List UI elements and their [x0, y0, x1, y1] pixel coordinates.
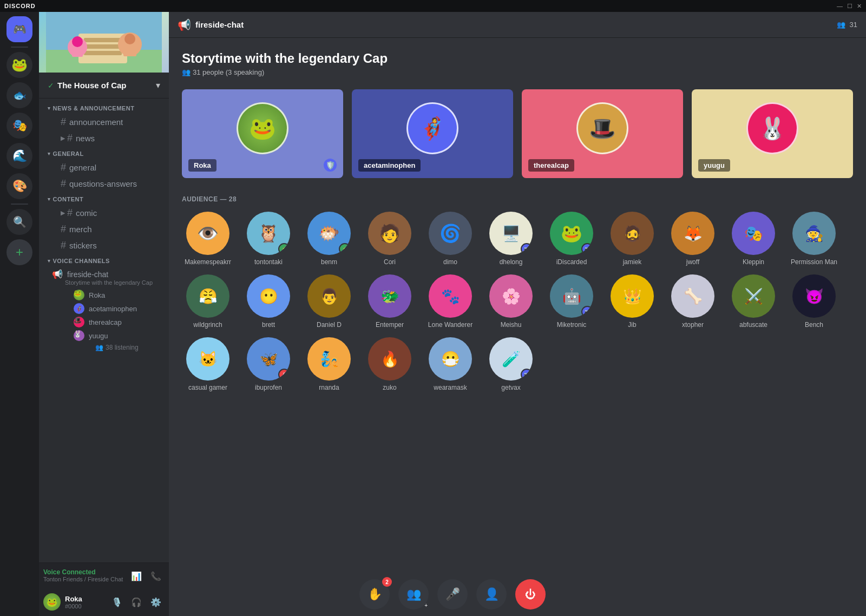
voice-channel-fireside-chat[interactable]: 📢 fireside-chat Storytime with the legen… [43, 267, 165, 288]
server-icon-5[interactable]: 🎨 [6, 173, 32, 199]
server-icon-4[interactable]: 🌊 [6, 143, 32, 169]
list-item[interactable]: 👑 Jib [606, 274, 658, 329]
list-item[interactable]: 🎭 Kleppin [727, 212, 779, 266]
audience-avatar-rnanda: 🧞 [307, 337, 351, 381]
list-item[interactable]: 🐲 Entemper [364, 274, 416, 329]
mute-btn[interactable]: 🎙️ [108, 593, 126, 611]
listen-count-label: 38 listening [106, 344, 139, 351]
voice-settings-btn[interactable]: 📊 [128, 567, 145, 585]
audience-name-bench: Bench [805, 321, 823, 329]
category-content-header[interactable]: ▾ CONTENT [39, 194, 169, 205]
voice-controls[interactable]: 📊 📞 [128, 567, 165, 585]
list-item[interactable]: 🦉 ⚡ tontontaki [242, 212, 294, 266]
voice-connected-title: Voice Connected [43, 568, 123, 576]
list-item[interactable]: 🌸 Meishu [485, 274, 537, 329]
list-item[interactable]: 🧑 Cori [364, 212, 416, 266]
window-controls[interactable]: — ☐ ✕ [837, 3, 862, 10]
list-item[interactable]: 👨 Daniel D [303, 274, 355, 329]
server-header[interactable]: ✓ The House of Cap ▾ [39, 73, 169, 99]
server-icon-1[interactable]: 🐸 [6, 52, 32, 78]
cam-badge: 📷 [581, 243, 593, 255]
list-item[interactable]: 🐸 📷 iDiscarded [546, 212, 598, 266]
people-icon: 👥 [837, 21, 845, 29]
category-news-header[interactable]: ▾ NEWS & ANNOUNCEMENT [39, 103, 169, 114]
audience-avatar-abfuscate: ⚔️ [732, 274, 775, 318]
list-item[interactable]: 😤 wildgrinch [182, 274, 234, 329]
list-item[interactable]: 🔥 zuko [364, 337, 416, 391]
list-item[interactable]: 🖥️ 📷 dhelong [485, 212, 537, 266]
leave-button[interactable]: ⏻ [515, 579, 546, 610]
maximize-btn[interactable]: ☐ [847, 3, 852, 10]
close-btn[interactable]: ✕ [857, 3, 862, 10]
banner-illustration [46, 12, 162, 73]
list-item[interactable]: 🐡 ⚡ benm [303, 212, 355, 266]
list-item[interactable]: 😈 Bench [788, 274, 840, 329]
channel-merch[interactable]: # merch [43, 221, 165, 237]
list-item[interactable]: 🦊 jwoff [667, 212, 719, 266]
voice-user-yuugu[interactable]: 🐰 yuugu [69, 329, 165, 342]
speaker-card-acetaminophen[interactable]: 🦸 acetaminophen [352, 89, 513, 178]
channel-merch-label: merch [69, 225, 92, 234]
add-server-button[interactable]: + [6, 239, 32, 265]
hash-icon: # [61, 224, 66, 235]
list-item[interactable]: 🧙 Permission Man [788, 212, 840, 266]
invite-button[interactable]: 👥 + [398, 579, 429, 610]
list-item[interactable]: 🦴 xtopher [667, 274, 719, 329]
channel-stickers[interactable]: # stickers [43, 238, 165, 253]
mic-button[interactable]: 🎤 [437, 579, 468, 610]
audience-avatar-getvax: 🧪 📷 [489, 337, 533, 381]
list-item[interactable]: 😶 brett [242, 274, 294, 329]
raise-hand-button[interactable]: ✋ 2 [359, 579, 390, 610]
list-item[interactable]: 🧞 rnanda [303, 337, 355, 391]
stage-title: Storytime with the legendary Cap [182, 51, 853, 66]
category-voice: ▾ VOICE CHANNELS 📢 fireside-chat Storyti… [39, 255, 169, 352]
server-icon-3[interactable]: 🎭 [6, 113, 32, 139]
audience-name-lone-wanderer: Lone Wanderer [428, 321, 473, 329]
server-icon-2[interactable]: 🐟 [6, 82, 32, 108]
channel-announcement-label: announcement [69, 117, 123, 127]
list-item[interactable]: 😷 wearamask [424, 337, 476, 391]
list-item[interactable]: 🐱 casual gamer [182, 337, 234, 391]
hash-icon: # [61, 178, 66, 189]
speaker-avatar-therealcap: 🎩 [576, 102, 628, 154]
list-item[interactable]: 🌀 dimo [424, 212, 476, 266]
audience-avatar-meishu: 🌸 [489, 274, 533, 318]
voice-user-avatar-acetaminophen: 🦸 [74, 303, 84, 314]
user-settings-btn[interactable]: ⚙️ [147, 593, 165, 611]
audience-avatar-tontontaki: 🦉 ⚡ [247, 212, 290, 255]
svg-rect-8 [123, 44, 136, 56]
channel-comic[interactable]: ▶ # comic [43, 205, 165, 221]
deafen-btn[interactable]: 🎧 [128, 593, 145, 611]
voice-user-acetaminophen[interactable]: 🦸 acetaminophen [69, 302, 165, 315]
channel-questions-answers[interactable]: # questions-answers [43, 176, 165, 192]
speaker-card-yuugu[interactable]: 🐰 yuugu [692, 89, 853, 178]
search-icon-btn[interactable]: 🔍 [6, 209, 32, 235]
add-speaker-button[interactable]: 👤 [476, 579, 507, 610]
voice-disconnect-btn[interactable]: 📞 [147, 567, 165, 585]
list-item[interactable]: ⚔️ abfuscate [727, 274, 779, 329]
mic-badge: 🎙 [278, 369, 290, 381]
list-item[interactable]: 🤖 📷 Miketronic [546, 274, 598, 329]
audience-name-cori: Cori [384, 258, 396, 266]
category-voice-header[interactable]: ▾ VOICE CHANNELS [39, 255, 169, 266]
collapse-arrow-icon: ▾ [48, 151, 51, 156]
channel-announcement[interactable]: # announcement [43, 114, 165, 130]
speaker-card-roka[interactable]: 🐸 Roka 🛡️ [182, 89, 343, 178]
audience-name-meishu: Meishu [501, 321, 522, 329]
list-item[interactable]: 🐾 Lone Wanderer [424, 274, 476, 329]
channel-header: 📢 fireside-chat 👥 31 [169, 12, 866, 38]
list-item[interactable]: 🦋 🎙 ibuprofen [242, 337, 294, 391]
voice-user-roka[interactable]: 🐸 Roka [69, 289, 165, 302]
category-general-header[interactable]: ▾ GENERAL [39, 148, 169, 159]
voice-user-acetaminophen-label: acetaminophen [89, 305, 137, 313]
list-item[interactable]: 🧔 jamiek [606, 212, 658, 266]
speaker-card-therealcap[interactable]: 🎩 therealcap [522, 89, 683, 178]
channel-news[interactable]: ▶ # news [43, 130, 165, 146]
list-item[interactable]: 🧪 📷 getvax [485, 337, 537, 391]
channel-general[interactable]: # general [43, 160, 165, 175]
list-item[interactable]: 👁️ Makemespeakrr [182, 212, 234, 266]
minimize-btn[interactable]: — [837, 3, 843, 10]
user-bar-controls[interactable]: 🎙️ 🎧 ⚙️ [108, 593, 165, 611]
voice-user-therealcap[interactable]: 🎩 therealcap [69, 316, 165, 329]
server-icon-home[interactable]: 🎮 [6, 16, 32, 42]
